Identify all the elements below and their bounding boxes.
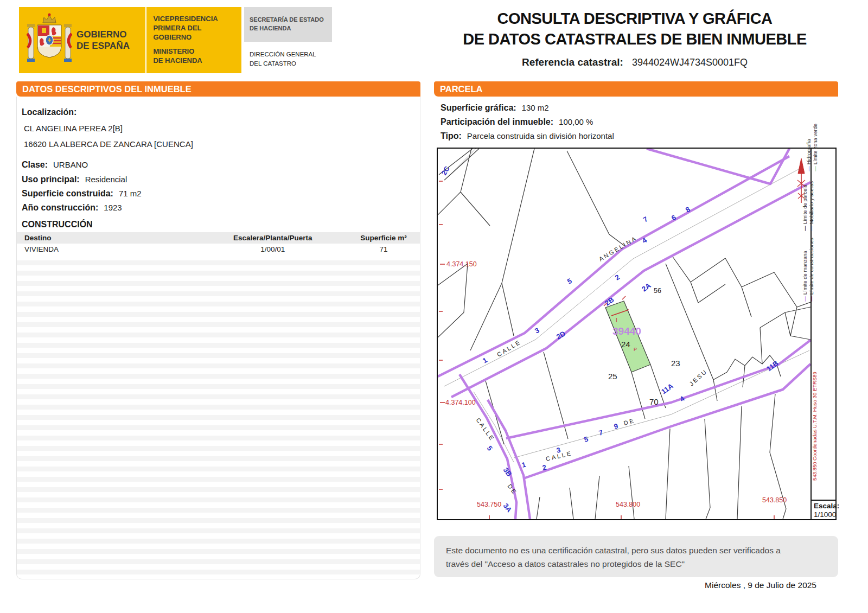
hn-11A: 11A	[660, 382, 675, 396]
clase-label: Clase:	[22, 160, 48, 170]
government-name-line1: GOBIERNO	[76, 29, 142, 40]
table-row: VIVIENDA 1/00/01 71	[17, 244, 420, 255]
hn-3: 3	[533, 326, 541, 335]
field-participacion: Participación del inmueble: 100,00 %	[441, 117, 593, 127]
field-ano-construccion: Año construcción: 1923	[22, 203, 122, 213]
legend-hidrografia: Hidrografía	[806, 139, 812, 164]
document-title-line2: DE DATOS CATASTRALES DE BIEN INMUEBLE	[450, 29, 819, 50]
cadastral-map: 4.374.150 4.374.100 543.750 543.800 543.…	[437, 148, 837, 520]
parcel-25: 25	[608, 372, 617, 381]
hn-2: 2	[614, 273, 621, 282]
construccion-table-header: Destino Escalera/Planta/Puerta Superfici…	[17, 232, 420, 244]
limite-parcela-swatch: —	[802, 226, 808, 231]
field-clase: Clase: URBANO	[22, 160, 88, 170]
parcel-ref-39440: 39440	[612, 325, 641, 337]
spain-coat-of-arms-icon	[27, 12, 72, 68]
map-house-numbers-south: 1 2 3 5 7 9 11A 11B 4 5 3B 3A	[486, 359, 780, 514]
superficie-construida-value: 71 m2	[119, 189, 142, 198]
parcel-56: 56	[654, 287, 661, 295]
localizacion-label: Localización:	[22, 107, 76, 117]
hn-11B: 11B	[765, 359, 780, 373]
legend-zona-verde: Límite zona verde	[812, 124, 818, 165]
hidrografia-swatch: —	[806, 166, 812, 171]
disclaimer-line1: Este documento no es una certificación c…	[446, 546, 781, 555]
hn-s7: 7	[598, 429, 604, 437]
col-escalera-planta-puerta: Escalera/Planta/Puerta	[198, 232, 347, 244]
coord-x-right: 543.850	[762, 496, 787, 504]
legend-limite-construcciones: Límite de construcciones	[808, 238, 814, 295]
cell-destino: VIVIENDA	[17, 244, 198, 255]
left-section-title: DATOS DESCRIPTIVOS DEL INMUEBLE	[22, 84, 192, 94]
address-line2: 16620 LA ALBERCA DE ZANCARA [CUENCA]	[24, 139, 193, 149]
legend-limite-parcela: Límite de parcela	[802, 184, 808, 224]
government-logo-band: GOBIERNO DE ESPAÑA VICEPRESIDENCIA PRIME…	[19, 7, 241, 73]
cadastral-map-svg: 4.374.150 4.374.100 543.750 543.800 543.…	[438, 149, 810, 519]
cell-escalera-planta-puerta: 1/00/01	[198, 244, 347, 255]
superficie-grafica-value: 130 m2	[522, 103, 549, 112]
direccion-line1: DIRECCIÓN GENERAL	[250, 50, 316, 59]
cell-superficie: 71	[347, 244, 420, 255]
limite-construcciones-swatch: —	[808, 296, 814, 302]
zona-verde-swatch: —	[812, 166, 818, 171]
tipo-label: Tipo:	[441, 131, 462, 141]
hn-7: 7	[642, 215, 649, 224]
mark-P: P	[634, 347, 637, 352]
coord-x-mid: 543.800	[616, 501, 640, 508]
hn-5: 5	[566, 277, 573, 286]
ministerio-line1: MINISTERIO	[153, 47, 241, 56]
clase-value: URBANO	[53, 160, 88, 169]
street-jesus: JESU	[688, 368, 709, 387]
band-divider	[145, 7, 146, 73]
scale-value: 1/1000	[814, 510, 835, 519]
ministerio-line2: DE HACIENDA	[153, 56, 241, 66]
hn-s9: 9	[613, 422, 619, 431]
vicepresidencia-line2: PRIMERA DEL GOBIERNO	[153, 24, 241, 42]
legend-mobiliario: Mobiliario y aceras	[808, 181, 814, 224]
coord-y-top: 4.374.150	[446, 260, 477, 268]
right-section-header: PARCELA	[434, 81, 838, 97]
map-legend-sidebar: —Hidrografía —Límite zona verde —Límite …	[810, 149, 835, 519]
scale-box: Escala: 1/1000	[812, 500, 835, 519]
field-superficie-grafica: Superficie gráfica: 130 m2	[441, 103, 549, 113]
mark-I: I	[616, 317, 617, 323]
legend-limite-manzana: Límite de manzana	[802, 251, 808, 295]
uso-principal-value: Residencial	[85, 175, 127, 184]
ministry-names: VICEPRESIDENCIA PRIMERA DEL GOBIERNO MIN…	[153, 10, 241, 70]
right-section-title: PARCELA	[440, 84, 483, 94]
vicepresidencia-line1: VICEPRESIDENCIA	[153, 15, 241, 24]
ano-construccion-label: Año construcción:	[22, 203, 98, 213]
tipo-value: Parcela construida sin división horizont…	[467, 131, 614, 141]
cadastral-reference: Referencia catastral:3944024WJ4734S0001F…	[450, 56, 819, 68]
hn-1: 1	[481, 356, 489, 365]
document-date: Miércoles , 9 de Julio de 2025	[597, 580, 816, 590]
street-de-west: DE	[506, 483, 518, 496]
secretaria-line2: DE HACIENDA	[250, 24, 332, 33]
parcel-70: 70	[649, 397, 659, 406]
field-superficie-construida: Superficie construida: 71 m2	[22, 189, 142, 199]
cadastral-reference-value: 3944024WJ4734S0001FQ	[632, 57, 748, 68]
participacion-label: Participación del inmueble:	[441, 117, 553, 127]
col-superficie: Superficie m²	[347, 232, 420, 244]
construccion-table: Destino Escalera/Planta/Puerta Superfici…	[17, 232, 420, 255]
superficie-grafica-label: Superficie gráfica:	[441, 103, 516, 113]
participacion-value: 100,00 %	[559, 117, 593, 126]
map-drawing-area: 4.374.150 4.374.100 543.750 543.800 543.…	[438, 149, 810, 519]
parcel-23: 23	[671, 359, 680, 368]
direccion-line2: DEL CATASTRO	[250, 59, 316, 68]
hn-4: 4	[641, 236, 649, 245]
construccion-title: CONSTRUCCIÓN	[22, 220, 93, 229]
street-angelina: ANGELINA	[598, 234, 638, 262]
legend-group-manzana: —Límite de manzana —Límite de construcci…	[802, 238, 815, 302]
secretaria-de-estado-box: SECRETARÍA DE ESTADO DE HACIENDA	[244, 7, 332, 42]
disclaimer-line2: través del "Acceso a datos catastrales n…	[446, 559, 685, 569]
address-line1: CL ANGELINA PEREA 2[B]	[24, 124, 123, 133]
superficie-construida-label: Superficie construida:	[22, 189, 113, 199]
cadastral-reference-label: Referencia catastral:	[522, 56, 623, 68]
field-tipo: Tipo: Parcela construida sin división ho…	[441, 131, 614, 141]
secretaria-line1: SECRETARÍA DE ESTADO	[250, 16, 332, 24]
legend-group-hidro: —Hidrografía —Límite zona verde	[806, 124, 819, 171]
mobiliario-swatch: —	[808, 226, 814, 231]
left-section-header: DATOS DESCRIPTIVOS DEL INMUEBLE	[16, 81, 420, 97]
col-destino: Destino	[17, 232, 198, 244]
document-title-line1: CONSULTA DESCRIPTIVA Y GRÁFICA	[450, 9, 819, 29]
